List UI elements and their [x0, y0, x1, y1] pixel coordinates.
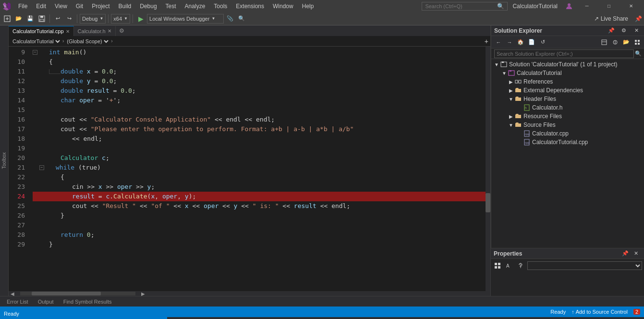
- se-back-button[interactable]: ←: [493, 37, 504, 48]
- svg-rect-16: [502, 61, 504, 63]
- status-bar-bottom: Ready: [0, 308, 167, 319]
- tree-header-files[interactable]: ▼ Header Files: [491, 95, 644, 103]
- source-control-icon: ↑: [571, 309, 574, 315]
- line-num-22: 22: [9, 172, 25, 182]
- platform-label: x64: [113, 16, 122, 22]
- menu-project[interactable]: Project: [88, 2, 113, 11]
- code-line-22: {: [33, 172, 490, 182]
- props-object-select[interactable]: [527, 261, 642, 270]
- se-refresh[interactable]: ↺: [537, 37, 548, 48]
- se-forward-button[interactable]: →: [504, 37, 515, 48]
- errors-badge[interactable]: 2: [633, 309, 640, 315]
- tab-calculatortutorial-cpp[interactable]: CalculatorTutorial.cpp ✕: [9, 26, 74, 36]
- properties-panel: Properties 📌 ✕ A: [491, 248, 644, 296]
- se-collapse-all[interactable]: [599, 37, 609, 48]
- code-editor[interactable]: − int main() { double x = 0.0;: [29, 47, 490, 291]
- menu-debug[interactable]: Debug: [136, 2, 160, 11]
- tree-calculator-h[interactable]: ▶ h Calculator.h: [491, 103, 644, 112]
- profile-button[interactable]: [562, 0, 576, 12]
- h-scrollbar-thumb[interactable]: [32, 292, 101, 295]
- collapse-9[interactable]: −: [33, 50, 37, 55]
- se-open-folder[interactable]: 📂: [621, 37, 632, 48]
- menu-file[interactable]: File: [14, 2, 31, 11]
- undo-button[interactable]: ↩: [52, 13, 63, 24]
- props-alphabetical-button[interactable]: A: [504, 261, 514, 270]
- menu-analyze[interactable]: Analyze: [181, 2, 209, 11]
- se-show-all-files[interactable]: 📄: [526, 37, 537, 48]
- search-files-button[interactable]: 🔍: [236, 13, 247, 24]
- tree-calculator-cpp[interactable]: ▶ cpp Calculator.cpp: [491, 129, 644, 138]
- menu-test[interactable]: Test: [162, 2, 180, 11]
- source-control-button[interactable]: ↑ Add to Source Control: [571, 309, 628, 315]
- menu-tools[interactable]: Tools: [210, 2, 231, 11]
- save-button[interactable]: 💾: [25, 13, 36, 24]
- se-home-button[interactable]: 🏠: [515, 37, 526, 48]
- save-all-button[interactable]: [36, 13, 47, 24]
- global-search-box[interactable]: 🔍: [422, 2, 508, 11]
- menu-view[interactable]: View: [51, 2, 71, 11]
- svg-rect-12: [638, 40, 640, 42]
- se-search-box[interactable]: 🔍: [491, 49, 644, 59]
- bottom-tab-output[interactable]: Output: [33, 298, 59, 306]
- close-button[interactable]: ✕: [620, 0, 642, 12]
- restore-button[interactable]: □: [598, 0, 620, 12]
- pin-button[interactable]: 📌: [635, 15, 642, 22]
- bottom-tab-error-list[interactable]: Error List: [2, 298, 33, 306]
- se-search-input[interactable]: [494, 49, 634, 58]
- tree-external-deps[interactable]: ▶ External Dependencies: [491, 86, 644, 95]
- redo-button[interactable]: ↪: [64, 13, 74, 24]
- new-project-button[interactable]: [2, 13, 12, 24]
- se-pin-button[interactable]: 📌: [606, 25, 617, 36]
- tree-calculatortutorial-cpp[interactable]: ▶ cpp CalculatorTutorial.cpp: [491, 138, 644, 147]
- bottom-tab-bar: Error List Output Find Symbol Results: [0, 296, 644, 307]
- line-num-12: 12: [9, 76, 25, 86]
- props-pin-button[interactable]: 📌: [620, 248, 631, 259]
- tree-source-files[interactable]: ▼ Source Files: [491, 121, 644, 129]
- tree-references[interactable]: ▶ References: [491, 77, 644, 86]
- scope-select[interactable]: (Global Scope): [65, 38, 110, 45]
- scroll-right-btn[interactable]: ▶: [141, 291, 145, 296]
- open-button[interactable]: 📂: [13, 13, 24, 24]
- start-debug-button[interactable]: ▶: [135, 13, 146, 24]
- menu-git[interactable]: Git: [72, 2, 87, 11]
- menu-edit[interactable]: Edit: [32, 2, 50, 11]
- debugger-dropdown[interactable]: Local Windows Debugger ▼: [147, 14, 224, 24]
- bottom-tab-find-symbol[interactable]: Find Symbol Results: [59, 298, 117, 306]
- horizontal-scrollbar[interactable]: ◀ ▶: [9, 291, 490, 296]
- code-line-23: cin >> x >> oper >> y;: [33, 182, 490, 192]
- toolbar-sep-2: [77, 14, 77, 23]
- menu-build[interactable]: Build: [115, 2, 135, 11]
- tab-close-0[interactable]: ✕: [66, 29, 70, 34]
- tab-close-1[interactable]: ✕: [108, 28, 111, 34]
- se-settings-button[interactable]: ⚙: [619, 25, 629, 36]
- menu-extensions[interactable]: Extensions: [232, 2, 268, 11]
- se-close-button[interactable]: ✕: [631, 25, 642, 36]
- menu-help[interactable]: Help: [298, 2, 318, 11]
- tree-project[interactable]: ▼ CalculatorTutorial: [491, 69, 644, 77]
- file-select[interactable]: CalculatorTutorial: [11, 38, 61, 45]
- scroll-left-btn[interactable]: ◀: [11, 291, 14, 296]
- minimize-button[interactable]: ─: [576, 0, 598, 12]
- se-switch-view[interactable]: [632, 37, 643, 48]
- tree-resource-files[interactable]: ▶ Resource Files: [491, 112, 644, 121]
- debug-config-dropdown[interactable]: Debug ▼: [80, 14, 106, 24]
- props-help-button[interactable]: [516, 261, 525, 270]
- add-nav-button[interactable]: +: [485, 37, 488, 45]
- new-tab-button[interactable]: ⚙: [117, 25, 127, 36]
- tree-solution[interactable]: ▼ Solution 'CalculatorTutorial' (1 of 1 …: [491, 60, 644, 69]
- tab-calculator-h[interactable]: Calculator.h ✕: [74, 26, 116, 36]
- props-categories-button[interactable]: [493, 261, 502, 270]
- vertical-scrollbar[interactable]: [486, 47, 490, 291]
- se-properties[interactable]: [610, 37, 620, 48]
- references-arrow: ▶: [508, 79, 514, 85]
- menu-window[interactable]: Window: [269, 2, 297, 11]
- h-scrollbar-track[interactable]: [20, 292, 135, 295]
- live-share-button[interactable]: ↗ Live Share: [590, 14, 632, 23]
- attach-button[interactable]: 📎: [225, 13, 235, 24]
- global-search-input[interactable]: [425, 3, 497, 9]
- source-control-label: Add to Source Control: [576, 309, 628, 315]
- props-close-button[interactable]: ✕: [631, 248, 641, 259]
- collapse-21[interactable]: −: [39, 165, 44, 170]
- scrollbar-thumb[interactable]: [486, 193, 490, 212]
- platform-dropdown[interactable]: x64 ▼: [111, 14, 130, 24]
